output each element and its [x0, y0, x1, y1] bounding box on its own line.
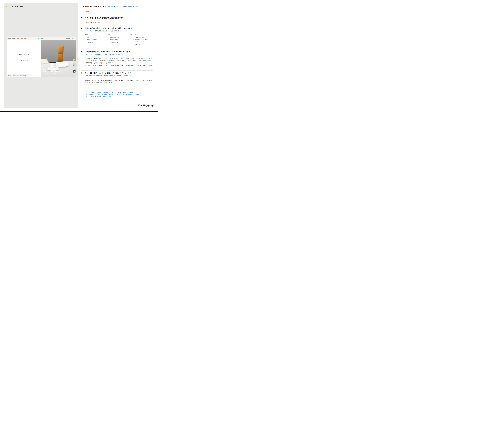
- thumbnail-bread[interactable]: [73, 59, 75, 62]
- divider: [81, 70, 153, 71]
- coffee-cup: [49, 62, 56, 68]
- bullet-icon: [85, 57, 86, 61]
- q2-answer-groups: 静けさ 余白テキストの中央寄せ写真の構図 穏やか 写真の背景の余白２分割レイアウ…: [84, 34, 153, 46]
- worksheet-page: デザイン言語化シート ProductsCampaignJournalAboutP…: [0, 0, 158, 112]
- hero-logo-text: OMENTIA: [22, 60, 28, 61]
- signature: I'm Hopping: [138, 104, 154, 107]
- q2-group-items: 少し縦長の英語書体左側の周囲の余白と写真のコントラスト写真の奥行き: [132, 36, 153, 45]
- bullet-icon: [84, 34, 84, 35]
- website-screenshot: ProductsCampaignJournalAboutPoint OMENTI…: [7, 37, 76, 77]
- site-nav-link[interactable]: Journal: [16, 38, 20, 39]
- bullet-icon: [130, 34, 130, 35]
- list-item: 写真で奥行きを感じるのでおしゃれさが出てくる: [85, 62, 152, 64]
- q3-answer-list: 真っ白で大きな余白が心がリラックスできる。真ん中にあるテキストがポツンとあるよう…: [85, 57, 152, 69]
- thumbnail-strip: [73, 59, 75, 73]
- site-logo: OMENTIA: [38, 38, 44, 39]
- footer-note: デザインを最後まで分解し、言語化することで、デザインの引き出しは増えていきます。…: [86, 91, 153, 97]
- thumbnail-hand-package[interactable]: [73, 67, 75, 70]
- bullet-icon: [109, 36, 109, 38]
- list-item: ２分割レイアウトで安定感がある。左と右で中身の密度が違うため、右側の写真の持つ「…: [85, 65, 152, 69]
- q2-group-items: 余白テキストの中央寄せ写真の構図: [86, 36, 107, 43]
- q1-label: Q1：そのデザインを選んだ理由を素直な感情で書き出す: [81, 17, 153, 19]
- list-item: 左側の周囲の余白と写真のコントラスト: [132, 39, 153, 42]
- q2-hint: そのデザインを構成する要素を詳しく書き出すことがポイントです。: [86, 30, 153, 32]
- design-sample-panel: デザイン言語化シート ProductsCampaignJournalAboutP…: [4, 3, 78, 108]
- list-item: ２分割レイアウト: [109, 39, 130, 41]
- divider: [81, 89, 153, 89]
- external-arrow-icon: ↗: [27, 75, 27, 76]
- q2-group-calm: 静けさ 余白テキストの中央寄せ写真の構図: [84, 34, 107, 46]
- bullet-icon: [109, 42, 109, 43]
- bullet-icon: [86, 42, 86, 43]
- page-title: デザイン言語化シート: [6, 5, 24, 8]
- thumbnail-chair[interactable]: [73, 62, 75, 65]
- cart-menu-group: [71, 38, 75, 39]
- banner-caption: 身体にも地球にも嬉しい、新発想のプラントベースフード。: [43, 73, 66, 74]
- picked-up-row: Picked Up 0105: [43, 69, 66, 70]
- q2-group-items: 写真の背景の余白２分割レイアウト左側の周囲の余白: [109, 36, 130, 43]
- list-item: 余白: [86, 36, 107, 38]
- news-date-badge: 2025.08.01: [8, 75, 12, 76]
- thumbnail-plant-plate[interactable]: [73, 65, 75, 67]
- q4-label: Q4：なぜ「Q3 の処理」は「Q1 の感情」を引き出すのでしょうか？: [81, 72, 153, 74]
- q4-hint: 普段の生活、過去の経験から同じ気持ちや感情になったことを深掘りしてみましょう。: [86, 75, 153, 77]
- photo-overlay: Picked Up 0105 BEYOND FREE 身体にも地球にも嬉しい、新…: [43, 69, 66, 74]
- list-item: テキストの中央寄せ: [86, 39, 107, 41]
- cart-icon[interactable]: [72, 38, 73, 39]
- list-item: 少し縦長の英語書体: [132, 36, 153, 38]
- site-nav-actions: Login / Sign Up: [64, 38, 75, 39]
- site-photo-column: Picked Up 0105 BEYOND FREE 身体にも地球にも嬉しい、新…: [41, 40, 76, 77]
- bullet-icon: [86, 36, 86, 38]
- thumbnail-app-phone[interactable]: [73, 70, 75, 73]
- q1-answer: 静けさ / 穏やか / おしゃれ: [86, 22, 153, 23]
- q3-label: Q3：その要素はなぜ「Q1 の選んだ理由」を引き出すのでしょうか？: [81, 51, 153, 53]
- site-nav-link[interactable]: About: [20, 38, 23, 39]
- hero-logo: OMENTIA: [7, 60, 41, 61]
- q2-group-stylish: おしゃれ 少し縦長の英語書体左側の周囲の余白と写真のコントラスト写真の奥行き: [130, 34, 153, 46]
- footer-note-line: アイデアを言語化することがやり易くなります。: [86, 95, 153, 97]
- category-section: ＊あなたの選んだデザインは？ 好きなようにカテゴライズしよう！（商品名／ジャンル…: [81, 6, 153, 8]
- site-logo-text: OMENTIA: [40, 38, 44, 39]
- hero-headline: 心の豊かさを、もっと。: [7, 54, 41, 55]
- carousel-dots[interactable]: …: [28, 75, 29, 76]
- q2-group-title: 穏やか: [107, 34, 130, 35]
- bullet-icon: [132, 43, 133, 45]
- hero-subheadline: Fulfilling Moments, Enriching Life: [7, 56, 41, 57]
- momentia-logo-icon: [20, 60, 22, 61]
- site-nav-link[interactable]: Campaign: [12, 38, 16, 39]
- q2-group-gentle: 穏やか 写真の背景の余白２分割レイアウト左側の周囲の余白: [107, 34, 130, 46]
- list-item: 写真の背景の余白: [109, 36, 130, 38]
- bullet-icon: [85, 62, 86, 64]
- bullet-icon: [85, 65, 86, 69]
- news-link[interactable]: 新発想のボディシート「湯るまる」を販売開始↗: [12, 75, 28, 76]
- bullet-icon: [132, 36, 133, 38]
- banner-title: BEYOND FREE: [43, 70, 66, 73]
- bullet-icon: [109, 39, 109, 41]
- site-nav-link[interactable]: Point: [24, 38, 27, 39]
- footer-note-line: デザインを最後まで分解し、言語化することで、デザインの引き出しは増えていきます。: [86, 91, 153, 93]
- divider: [81, 15, 153, 15]
- footer-note-line: 同じようなデザイン・感情をストックしておくことで、クライアントから求められるデザ…: [86, 93, 153, 95]
- q3-hint: どんなデザイン処理が影響しているのか、考察して書き出しましょう。: [86, 54, 153, 55]
- q2-group-title: おしゃれ: [130, 34, 153, 35]
- worksheet-column: ＊あなたの選んだデザインは？ 好きなようにカテゴライズしよう！（商品名／ジャンル…: [81, 0, 153, 97]
- login-signup-button[interactable]: Login / Sign Up: [64, 38, 70, 39]
- site-nav-link[interactable]: Products: [8, 38, 11, 39]
- category-label: ＊あなたの選んだデザインは？: [81, 6, 104, 8]
- bread-cube-bottom: [57, 53, 64, 62]
- bread-cube-top: [58, 46, 64, 54]
- coffee-surface: [49, 62, 56, 63]
- category-hint: 好きなようにカテゴライズしよう！（商品名／ジャンル／媒体など）: [106, 6, 139, 8]
- q2-group-title: 静けさ: [84, 34, 107, 35]
- knit-cloth: [41, 58, 48, 64]
- divider: [81, 26, 153, 26]
- site-left-column: 心の豊かさを、もっと。 Fulfilling Moments, Enrichin…: [7, 40, 41, 77]
- q4-answer: 図書館や美術館のような静かに喋らなければいけない空間を思い出し、小さな声になる＝…: [85, 79, 153, 84]
- hamburger-menu-icon[interactable]: [74, 38, 75, 39]
- category-answer: Webサイト: [86, 11, 153, 12]
- q2-label: Q2：前述の気持ち・感情はデザインのどの要素に起因していますか？: [81, 27, 153, 29]
- momentia-logo-icon: [38, 38, 40, 39]
- bullet-icon: [132, 39, 133, 42]
- bullet-icon: [107, 34, 107, 35]
- list-item: 写真の奥行き: [132, 43, 153, 45]
